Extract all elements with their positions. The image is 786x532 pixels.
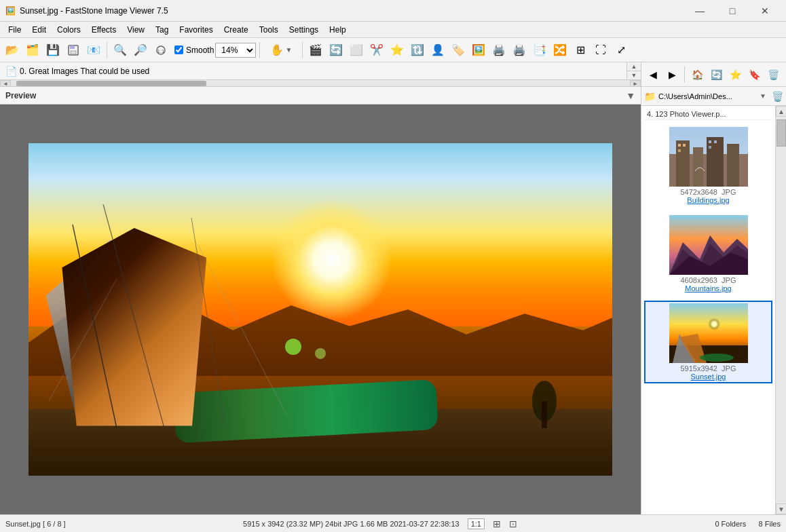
scroll-left-arrow[interactable]: ◄ (0, 80, 11, 87)
ratio-button[interactable]: 1:1 (468, 518, 485, 529)
svg-rect-24 (714, 140, 717, 143)
sunset-dimensions: 5915x3942 JPG (647, 364, 770, 373)
scroll-thumb[interactable] (776, 119, 786, 147)
open-file-button[interactable]: 🗂️ (23, 41, 42, 60)
menu-tag[interactable]: Tag (150, 24, 174, 36)
scroll-up-btn[interactable]: ▲ (776, 106, 786, 117)
main-image (29, 143, 612, 476)
right-scrollbar: ▲ ▼ (775, 106, 786, 514)
h-scrollbar-container: ◄ ► (0, 80, 641, 87)
buildings-preview-svg (669, 127, 748, 187)
zoom-select[interactable]: 14% 5% 10% 25% 50% 75% 100% 200% (215, 43, 256, 58)
titlebar-left: 🖼️ Sunset.jpg - FastStone Image Viewer 7… (5, 6, 168, 16)
thumbnails-panel: 4. 123 Photo Viewer.p... (641, 106, 775, 514)
border-button[interactable]: 🖼️ (469, 41, 488, 60)
thumbnail-item-mountains[interactable]: 4608x2963 JPG Mountains.jpg (644, 212, 772, 295)
thumb-mountains-img (669, 215, 748, 275)
main-toolbar: 📂 🗂️ 💾 📧 🔍 🔎 1:1 Smooth 14% 5% 10% 25% 5… (0, 38, 786, 62)
slideshow-button[interactable]: 🎬 (306, 41, 325, 60)
h-scrollbar-track[interactable] (11, 80, 630, 86)
scroll-down-arrow[interactable]: ▼ (627, 71, 641, 80)
smooth-checkbox[interactable] (174, 45, 183, 54)
save-button[interactable]: 💾 (43, 41, 62, 60)
resize-button[interactable]: ⬜ (347, 41, 366, 60)
actual-size-icon[interactable]: ⊡ (509, 518, 517, 529)
menu-settings[interactable]: Settings (284, 24, 324, 36)
status-image-info: 5915 x 3942 (23.32 MP) 24bit JPG 1.66 MB… (243, 518, 517, 529)
hand-tool-button[interactable]: ✋ ▼ (263, 41, 299, 60)
menu-edit[interactable]: Edit (26, 24, 52, 36)
nav-sep1 (684, 66, 685, 83)
image-display-area (0, 104, 641, 514)
folder-dropdown-icon[interactable]: ▼ (760, 92, 766, 100)
fullscreen-icon[interactable]: ⊞ (493, 518, 501, 529)
maximize-button[interactable]: □ (717, 0, 748, 22)
preview-collapse-btn[interactable]: ▼ (626, 90, 635, 101)
folders-count: 0 Folders (715, 520, 746, 528)
thumbnail-item-sunset[interactable]: 5915x3942 JPG Sunset.jpg (644, 301, 772, 383)
fileinfo-icon: 📄 (5, 66, 17, 77)
thumbnails-container: 4. 123 Photo Viewer.p... (641, 106, 786, 514)
titlebar: 🖼️ Sunset.jpg - FastStone Image Viewer 7… (0, 0, 786, 22)
tent (46, 193, 367, 426)
nav-bookmark-button[interactable]: 🔖 (745, 66, 763, 83)
menu-create[interactable]: Create (219, 24, 254, 36)
zoom-in-button[interactable]: 🔍 (111, 41, 130, 60)
zoom-out-button[interactable]: 🔎 (131, 41, 150, 60)
open-folder-button[interactable]: 📂 (3, 41, 22, 60)
fullscreen-button[interactable]: ⛶ (591, 41, 610, 60)
h-scrollbar-thumb[interactable] (16, 81, 206, 86)
watermark-button[interactable]: 🏷️ (449, 41, 468, 60)
menu-file[interactable]: File (3, 24, 26, 36)
rotate-button[interactable]: 🔃 (408, 41, 427, 60)
scan-button[interactable]: 🖨️ (489, 41, 508, 60)
menu-tools[interactable]: Tools (254, 24, 284, 36)
sunset-name[interactable]: Sunset.jpg (647, 373, 770, 381)
menu-view[interactable]: View (121, 24, 150, 36)
person-button[interactable]: 👤 (428, 41, 447, 60)
toolbar-sep3 (302, 42, 303, 58)
save-as-button[interactable] (64, 41, 83, 60)
scroll-right-arrow[interactable]: ► (630, 80, 641, 87)
multipage-button[interactable]: 📑 (530, 41, 549, 60)
nav-back-button[interactable]: ◀ (644, 66, 662, 83)
menu-help[interactable]: Help (324, 24, 352, 36)
thumb-view-button[interactable]: ⊞ (571, 41, 590, 60)
right-nav-toolbar: ◀ ▶ 🏠 🔄 ⭐ 🔖 🗑️ (641, 62, 786, 87)
buildings-name[interactable]: Buildings.jpg (647, 196, 770, 204)
nav-forward-button[interactable]: ▶ (663, 66, 681, 83)
menu-effects[interactable]: Effects (86, 24, 121, 36)
svg-rect-25 (709, 146, 711, 149)
email-button[interactable]: 📧 (84, 41, 103, 60)
menu-favorites[interactable]: Favorites (174, 24, 218, 36)
thumbnail-item-buildings[interactable]: 5472x3648 JPG Buildings.jpg (644, 124, 772, 207)
nav-star-button[interactable]: ⭐ (726, 66, 744, 83)
status-right: 0 Folders 8 Files (646, 520, 781, 528)
expand-button[interactable]: ⤢ (612, 41, 631, 60)
fileinfo-text: 0. Great Images That could be used (20, 66, 149, 76)
folder-delete-icon[interactable]: 🗑️ (772, 91, 783, 102)
nav-delete-button[interactable]: 🗑️ (764, 66, 782, 83)
convert-button[interactable]: 🔄 (326, 41, 345, 60)
mountains-name[interactable]: Mountains.jpg (647, 284, 770, 292)
close-button[interactable]: ✕ (749, 0, 781, 22)
actual-size-button[interactable]: 1:1 (151, 41, 170, 60)
scroll-up-arrow[interactable]: ▲ (627, 62, 641, 71)
minimize-button[interactable]: — (684, 0, 715, 22)
nav-refresh-button[interactable]: 🔄 (707, 66, 725, 83)
print-button[interactable]: 🖨️ (510, 41, 529, 60)
folder-path: C:\Users\Admin\Des... (658, 92, 757, 100)
menu-colors[interactable]: Colors (52, 24, 86, 36)
smooth-checkbox-container: Smooth (174, 45, 214, 55)
toolbar-sep2 (259, 42, 260, 58)
smooth-label[interactable]: Smooth (186, 45, 214, 55)
nav-home-button[interactable]: 🏠 (688, 66, 706, 83)
scroll-down-btn[interactable]: ▼ (776, 504, 786, 514)
svg-rect-1 (70, 45, 75, 49)
enhance-button[interactable]: ⭐ (388, 41, 407, 60)
crop-button[interactable]: ✂️ (367, 41, 386, 60)
svg-point-35 (700, 354, 734, 362)
compare-button[interactable]: 🔀 (550, 41, 569, 60)
app-icon: 🖼️ (5, 6, 16, 16)
scroll-track[interactable] (776, 117, 786, 504)
